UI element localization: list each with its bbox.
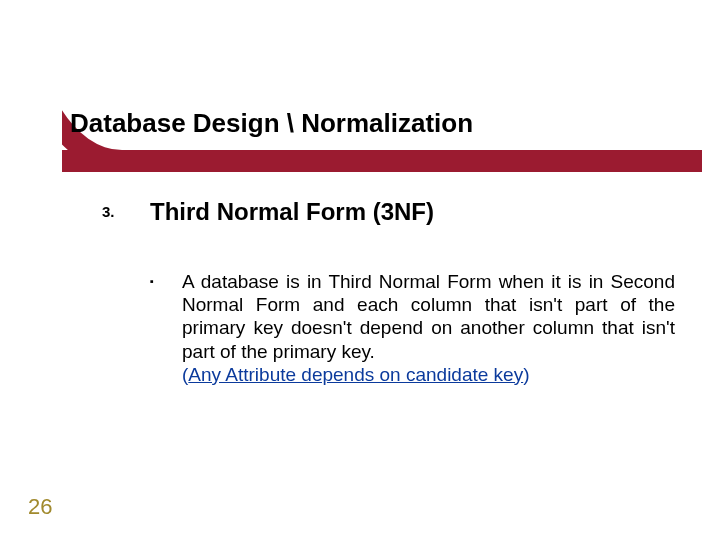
bullet-icon: ▪	[150, 270, 182, 287]
note-close-paren: )	[523, 364, 529, 385]
body-row: ▪ A database is in Third Normal Form whe…	[150, 270, 675, 386]
note-link: Any Attribute depends on candidate key	[188, 364, 523, 385]
heading-number: 3.	[102, 198, 150, 220]
heading-row: 3. Third Normal Form (3NF)	[102, 198, 434, 226]
body-paragraph: A database is in Third Normal Form when …	[182, 271, 675, 362]
slide: Database Design \ Normalization 3. Third…	[0, 0, 720, 540]
accent-bar-decor	[62, 150, 702, 172]
page-number: 26	[28, 494, 52, 520]
slide-title: Database Design \ Normalization	[70, 108, 473, 139]
body-text: A database is in Third Normal Form when …	[182, 270, 675, 386]
heading-text: Third Normal Form (3NF)	[150, 198, 434, 226]
